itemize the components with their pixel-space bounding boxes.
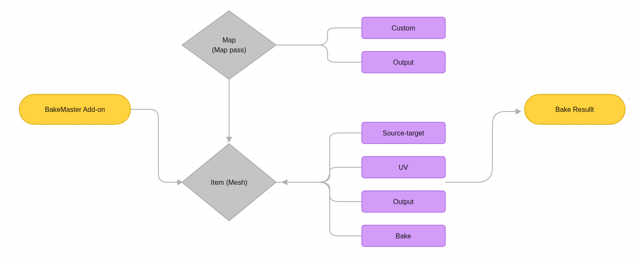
diagram-canvas: BakeMaster Add-on Map (Map pass) Item (M… bbox=[0, 0, 644, 262]
map-label-line2: (Map pass) bbox=[212, 46, 246, 54]
node-map-custom: Custom bbox=[362, 17, 445, 39]
edge-item-to-result bbox=[445, 111, 520, 182]
edge-map-to-output bbox=[319, 45, 362, 62]
node-start: BakeMaster Add-on bbox=[19, 94, 131, 124]
edge-item-to-bake bbox=[319, 182, 362, 236]
edge-start-to-item bbox=[131, 109, 182, 182]
edge-item-to-uv bbox=[319, 167, 362, 182]
node-map: Map (Map pass) bbox=[182, 11, 276, 79]
node-item-uv: UV bbox=[362, 157, 445, 178]
map-custom-label: Custom bbox=[391, 24, 415, 32]
node-map-output: Output bbox=[362, 51, 445, 73]
edge-item-to-output bbox=[319, 182, 362, 202]
item-label: Item (Mesh) bbox=[211, 179, 247, 186]
item-bake-label: Bake bbox=[396, 232, 411, 240]
edge-item-to-source-target bbox=[319, 133, 362, 182]
node-item-output: Output bbox=[362, 191, 445, 212]
svg-marker-1 bbox=[182, 11, 276, 79]
item-uv-label: UV bbox=[399, 164, 408, 171]
item-output-label: Output bbox=[393, 198, 414, 205]
map-label-line1: Map bbox=[222, 36, 236, 44]
item-source-target-label: Source-target bbox=[383, 129, 424, 137]
result-label: Bake Resullt bbox=[555, 106, 594, 113]
map-output-label: Output bbox=[393, 59, 414, 66]
node-item: Item (Mesh) bbox=[182, 144, 276, 221]
edge-map-to-custom bbox=[319, 28, 362, 45]
node-result: Bake Resullt bbox=[525, 94, 625, 124]
node-item-source-target: Source-target bbox=[362, 122, 445, 144]
start-label: BakeMaster Add-on bbox=[45, 106, 105, 113]
node-item-bake: Bake bbox=[362, 225, 445, 247]
